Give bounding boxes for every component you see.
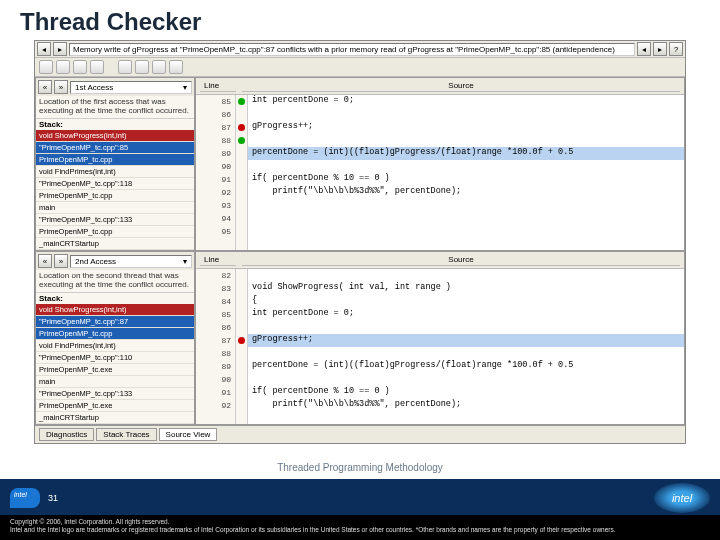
line-number: 85 xyxy=(200,97,231,106)
gutter-cell xyxy=(236,360,247,373)
source-pane-2: Line Source 8283848586878889909192void S… xyxy=(195,251,685,425)
mark-ok-icon[interactable] xyxy=(135,60,149,74)
stack-item[interactable]: void ShowProgress(int,int) xyxy=(36,304,194,316)
gutter-cell xyxy=(236,269,247,282)
source-line[interactable] xyxy=(248,199,684,212)
gutter-cell xyxy=(236,173,247,186)
stack2-list: void ShowProgress(int,int)"PrimeOpenMP_t… xyxy=(36,304,194,424)
line-number: 88 xyxy=(200,136,231,145)
source-line[interactable]: percentDone = (int)((float)gProgress/(fl… xyxy=(248,147,684,160)
source-line[interactable] xyxy=(248,134,684,147)
source-line[interactable] xyxy=(248,373,684,386)
source-line[interactable]: void ShowProgress( int val, int range ) xyxy=(248,282,684,295)
gutter-cell xyxy=(236,295,247,308)
legal-footer: Copyright © 2006, Intel Corporation. All… xyxy=(0,515,720,540)
source-line[interactable]: percentDone = (int)((float)gProgress/(fl… xyxy=(248,360,684,373)
source-line[interactable] xyxy=(248,347,684,360)
source-line[interactable]: int percentDone = 0; xyxy=(248,95,684,108)
source-line[interactable] xyxy=(248,108,684,121)
prev-issue-button[interactable]: ◂ xyxy=(37,42,51,56)
line-number: 91 xyxy=(200,388,231,397)
stack2-desc: Location on the second thread that was e… xyxy=(36,270,194,293)
source-line[interactable]: { xyxy=(248,295,684,308)
gutter-cell xyxy=(236,334,247,347)
line-number: 85 xyxy=(200,310,231,319)
stack1-dropdown-label: 1st Access xyxy=(75,83,113,92)
source-line[interactable]: printf("\b\b\b\b%3d%%", percentDone); xyxy=(248,186,684,199)
gutter-cell xyxy=(236,321,247,334)
gutter-cell xyxy=(236,399,247,412)
tool-bookmark-icon[interactable] xyxy=(90,60,104,74)
tool-copy-icon[interactable] xyxy=(73,60,87,74)
line-number: 94 xyxy=(200,214,231,223)
line-number: 90 xyxy=(200,162,231,171)
gutter-cell xyxy=(236,386,247,399)
tool-ff-icon[interactable] xyxy=(152,60,166,74)
prev2-button[interactable]: ◂ xyxy=(637,42,651,56)
source-line[interactable] xyxy=(248,321,684,334)
stack2-fwd-button[interactable]: » xyxy=(54,254,68,268)
source-line[interactable] xyxy=(248,225,684,238)
source-line[interactable]: if( percentDone % 10 == 0 ) xyxy=(248,173,684,186)
status-bar: ◂ ▸ Memory write of gProgress at "PrimeO… xyxy=(35,41,685,58)
stack1-back-button[interactable]: « xyxy=(38,80,52,94)
source-line[interactable] xyxy=(248,160,684,173)
stack-item[interactable]: void FindPrimes(int,int) xyxy=(36,166,194,178)
line-number: 95 xyxy=(200,227,231,236)
stack-item[interactable]: "PrimeOpenMP_tc.cpp":133 xyxy=(36,214,194,226)
line-col-header-1: Line xyxy=(200,80,236,92)
stack-item[interactable]: _mainCRTStartup xyxy=(36,238,194,250)
source-line[interactable]: printf("\b\b\b\b%3d%%", percentDone); xyxy=(248,399,684,412)
stack-item[interactable]: PrimeOpenMP_tc.cpp xyxy=(36,190,194,202)
line-number: 92 xyxy=(200,188,231,197)
ok-mark-icon xyxy=(238,137,245,144)
stack1-fwd-button[interactable]: » xyxy=(54,80,68,94)
line-number: 89 xyxy=(200,362,231,371)
tool-open-icon[interactable] xyxy=(39,60,53,74)
slide-footer: Threaded Programming Methodology xyxy=(0,462,720,473)
stack2-back-button[interactable]: « xyxy=(38,254,52,268)
stack-item[interactable]: PrimeOpenMP_tc.cpp xyxy=(36,328,194,340)
stack-item[interactable]: _mainCRTStartup xyxy=(36,412,194,424)
stack-item[interactable]: PrimeOpenMP_tc.exe xyxy=(36,400,194,412)
stack-item[interactable]: "PrimeOpenMP_tc.cpp":133 xyxy=(36,388,194,400)
source-line[interactable]: if( percentDone % 10 == 0 ) xyxy=(248,386,684,399)
stack-item[interactable]: "PrimeOpenMP_tc.cpp":85 xyxy=(36,142,194,154)
line-number: 91 xyxy=(200,175,231,184)
gutter-cell xyxy=(236,373,247,386)
source-toolbar xyxy=(35,58,685,77)
stack-item[interactable]: PrimeOpenMP_tc.cpp xyxy=(36,226,194,238)
gutter-cell xyxy=(236,308,247,321)
mark-error-icon[interactable] xyxy=(118,60,132,74)
gutter-cell xyxy=(236,134,247,147)
stack-item[interactable]: "PrimeOpenMP_tc.cpp":87 xyxy=(36,316,194,328)
stack-item[interactable]: void ShowProgress(int,int) xyxy=(36,130,194,142)
source-line[interactable] xyxy=(248,212,684,225)
tab-source-view[interactable]: Source View xyxy=(159,428,218,441)
thread-checker-window: ◂ ▸ Memory write of gProgress at "PrimeO… xyxy=(34,40,686,444)
stack-item[interactable]: PrimeOpenMP_tc.exe xyxy=(36,364,194,376)
line-number: 88 xyxy=(200,349,231,358)
stack1-dropdown[interactable]: 1st Access▾ xyxy=(70,81,192,94)
source-line[interactable]: gProgress++; xyxy=(248,121,684,134)
stack2-dropdown-label: 2nd Access xyxy=(75,257,116,266)
next2-button[interactable]: ▸ xyxy=(653,42,667,56)
tab-diagnostics[interactable]: Diagnostics xyxy=(39,428,94,441)
tool-find-icon[interactable] xyxy=(56,60,70,74)
source-line[interactable]: gProgress++; xyxy=(248,334,684,347)
tool-rw-icon[interactable] xyxy=(169,60,183,74)
source-line[interactable] xyxy=(248,269,684,282)
context-help-button[interactable]: ? xyxy=(669,42,683,56)
stack-item[interactable]: main xyxy=(36,202,194,214)
tab-stack-traces[interactable]: Stack Traces xyxy=(96,428,156,441)
stack-item[interactable]: PrimeOpenMP_tc.cpp xyxy=(36,154,194,166)
stack2-dropdown[interactable]: 2nd Access▾ xyxy=(70,255,192,268)
copyright-line: Copyright © 2006, Intel Corporation. All… xyxy=(10,518,710,526)
stack-item[interactable]: "PrimeOpenMP_tc.cpp":110 xyxy=(36,352,194,364)
next-issue-button[interactable]: ▸ xyxy=(53,42,67,56)
stack-item[interactable]: void FindPrimes(int,int) xyxy=(36,340,194,352)
source-line[interactable]: int percentDone = 0; xyxy=(248,308,684,321)
stack-item[interactable]: "PrimeOpenMP_tc.cpp":118 xyxy=(36,178,194,190)
line-number: 89 xyxy=(200,149,231,158)
stack-item[interactable]: main xyxy=(36,376,194,388)
